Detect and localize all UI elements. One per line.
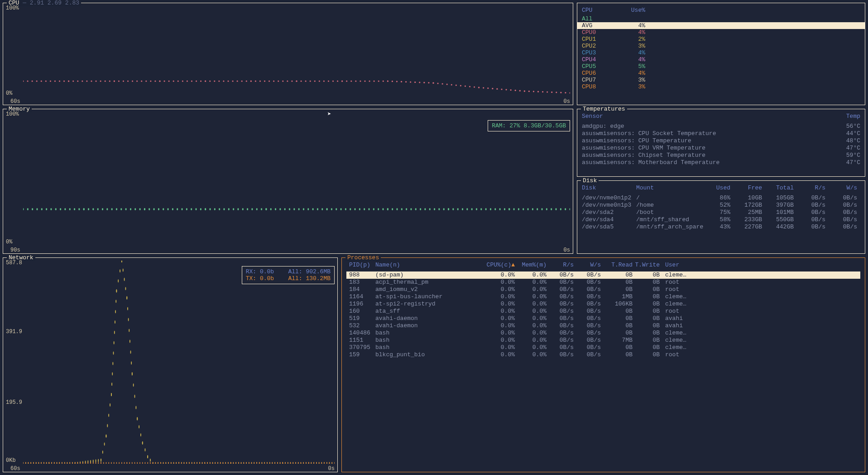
cpu-row[interactable]: CPU73% <box>577 77 865 83</box>
svg-point-519 <box>264 462 265 464</box>
process-row[interactable]: 1164at-spi-bus-launcher0.0%0.0%0B/s0B/s1… <box>346 293 860 301</box>
svg-point-89 <box>392 81 393 82</box>
svg-point-421 <box>33 462 34 464</box>
svg-point-246 <box>518 208 519 210</box>
svg-point-68 <box>305 80 307 82</box>
svg-point-204 <box>336 208 337 210</box>
mem-ymax: 100% <box>6 111 19 117</box>
process-header[interactable]: PID(p) Name(n) CPU%(c)▲ Mem%(m) R/s W/s … <box>346 262 860 269</box>
disk-panel[interactable]: Disk Disk Mount Used Free Total R/s W/s … <box>577 180 865 254</box>
cpu-list-panel[interactable]: CPU Use% AllAVG4%CPU04%CPU12%CPU23%CPU34… <box>577 3 865 105</box>
col-tr[interactable]: T.Read <box>601 262 633 269</box>
process-row[interactable]: 519avahi-daemon0.0%0.0%0B/s0B/s0B0Bavahi <box>346 315 860 322</box>
svg-point-39 <box>187 80 188 82</box>
disk-row[interactable]: /dev/sda4/mnt/sff_shared58%233GB550GB0B/… <box>582 216 860 223</box>
col-rs[interactable]: R/s <box>547 262 574 269</box>
svg-point-308 <box>115 310 116 313</box>
svg-point-472 <box>153 462 153 464</box>
cpu-chart-panel[interactable]: CPU ─ 2.91 2.69 2.83 100% 0% 60s 0s <box>3 3 573 105</box>
svg-point-150 <box>102 208 103 210</box>
svg-point-544 <box>324 462 325 464</box>
cpu-row[interactable]: CPU12% <box>577 36 865 43</box>
svg-point-257 <box>569 208 570 210</box>
process-row[interactable]: 183acpi_thermal_pm0.0%0.0%0B/s0B/s0B0Bro… <box>346 279 860 286</box>
svg-point-174 <box>205 208 206 210</box>
svg-point-111 <box>483 87 484 88</box>
svg-point-88 <box>387 80 388 82</box>
temp-row[interactable]: asuswmisensors: CPU Socket Temperature44… <box>582 130 860 137</box>
col-ws[interactable]: W/s <box>574 262 601 269</box>
svg-point-13 <box>77 80 78 82</box>
process-row[interactable]: 370795bash0.0%0.0%0B/s0B/s0B0Bcleme… <box>346 344 860 351</box>
svg-point-97 <box>428 82 429 83</box>
col-mem[interactable]: Mem%(m) <box>515 262 547 269</box>
svg-point-166 <box>172 208 173 210</box>
svg-point-497 <box>212 462 213 464</box>
svg-point-317 <box>124 278 125 281</box>
cpu-row[interactable]: CPU04% <box>577 29 865 36</box>
svg-point-80 <box>355 80 356 82</box>
disk-row[interactable]: /dev/nvme0n1p2/86%10GB105GB0B/s0B/s <box>582 194 860 202</box>
svg-point-172 <box>200 208 201 210</box>
svg-point-450 <box>101 462 101 464</box>
cpu-row[interactable]: CPU55% <box>577 63 865 70</box>
cpu-list-header: CPU Use% <box>577 7 865 14</box>
process-row[interactable]: 988(sd-pam)0.0%0.0%0B/s0B/s0B0Bcleme… <box>346 271 860 279</box>
process-row[interactable]: 1151bash0.0%0.0%0B/s0B/s7MB0Bcleme… <box>346 337 860 344</box>
disk-row[interactable]: /dev/nvme0n1p3/home52%172GB397GB0B/s0B/s <box>582 202 860 209</box>
svg-point-50 <box>232 80 233 82</box>
network-panel[interactable]: Network RX: 0.0b All: 902.6MB TX: 0.0b A… <box>3 257 338 472</box>
svg-point-85 <box>378 80 379 82</box>
process-row[interactable]: 1196at-spi2-registryd0.0%0.0%0B/s0B/s106… <box>346 301 860 308</box>
svg-point-59 <box>269 80 270 82</box>
col-user[interactable]: User <box>660 262 858 269</box>
process-row[interactable]: 532avahi-daemon0.0%0.0%0B/s0B/s0B0Bavahi <box>346 322 860 330</box>
temp-row[interactable]: asuswmisensors: Motherboard Temperature4… <box>582 159 860 166</box>
svg-point-52 <box>241 80 243 82</box>
disk-row[interactable]: /dev/sda5/mnt/sff_arch_spare43%227GB442G… <box>582 223 860 231</box>
svg-point-304 <box>113 352 114 355</box>
temp-row[interactable]: asuswmisensors: CPU VRM Temperature47°C <box>582 145 860 152</box>
svg-point-236 <box>476 208 477 210</box>
svg-point-548 <box>334 462 335 464</box>
svg-point-496 <box>210 462 211 464</box>
svg-point-106 <box>465 85 466 87</box>
svg-point-147 <box>88 208 89 210</box>
col-name[interactable]: Name(n) <box>375 262 480 269</box>
col-cpu[interactable]: CPU%(c)▲ <box>480 262 515 269</box>
process-row[interactable]: 159blkcg_punt_bio0.0%0.0%0B/s0B/s0B0Broo… <box>346 351 860 359</box>
process-row[interactable]: 160ata_sff0.0%0.0%0B/s0B/s0B0Broot <box>346 308 860 315</box>
svg-point-188 <box>265 208 267 210</box>
temp-row[interactable]: asuswmisensors: CPU Temperature48°C <box>582 137 860 145</box>
disk-row[interactable]: /dev/sda2/boot75%25MB101MB0B/s0B/s <box>582 209 860 216</box>
svg-point-61 <box>278 80 279 82</box>
svg-point-293 <box>104 442 105 446</box>
process-row[interactable]: 140486bash0.0%0.0%0B/s0B/s0B0Bcleme… <box>346 330 860 337</box>
cpu-row[interactable]: All <box>577 15 865 22</box>
temp-row[interactable]: asuswmisensors: Chipset Temperature59°C <box>582 152 860 159</box>
svg-point-249 <box>532 208 533 210</box>
cpu-row[interactable]: CPU64% <box>577 70 865 77</box>
cpu-row[interactable]: AVG4% <box>577 22 865 29</box>
cpu-row[interactable]: CPU34% <box>577 49 865 56</box>
processes-panel[interactable]: Processes PID(p) Name(n) CPU%(c)▲ Mem%(m… <box>341 257 865 472</box>
svg-point-17 <box>95 80 96 82</box>
svg-point-251 <box>541 208 542 210</box>
process-row[interactable]: 184amd_iommu_v20.0%0.0%0B/s0B/s0B0Broot <box>346 286 860 293</box>
col-pid[interactable]: PID(p) <box>349 262 375 269</box>
col-tw[interactable]: T.Write <box>633 262 660 269</box>
svg-point-148 <box>92 208 94 210</box>
svg-point-164 <box>163 208 164 210</box>
memory-panel[interactable]: Memory RAM: 27% 8.3GB/30.5GB 100% 0% 90s… <box>3 109 573 254</box>
temperatures-panel[interactable]: Temperatures Sensor Temp amdgpu: edge56°… <box>577 109 865 177</box>
cpu-row[interactable]: CPU23% <box>577 43 865 49</box>
temp-row[interactable]: amdgpu: edge56°C <box>582 123 860 130</box>
cpu-row[interactable]: CPU83% <box>577 83 865 90</box>
svg-point-140 <box>60 208 61 210</box>
cpu-row[interactable]: CPU44% <box>577 56 865 63</box>
svg-point-289 <box>98 459 99 462</box>
svg-point-451 <box>103 462 104 464</box>
svg-point-491 <box>199 462 200 464</box>
svg-point-296 <box>107 424 108 427</box>
svg-point-49 <box>227 80 229 82</box>
